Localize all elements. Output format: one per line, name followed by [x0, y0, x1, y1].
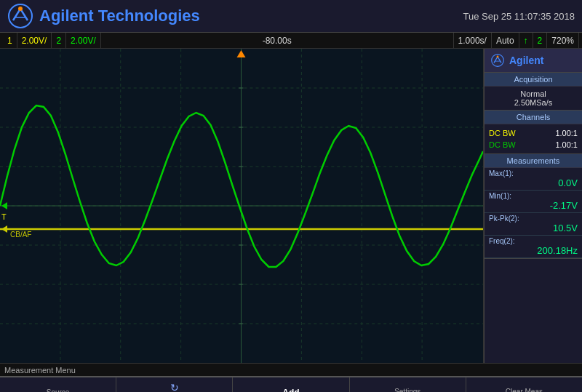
meas-value-0: 0.0V [489, 177, 578, 188]
clear-meas-label: Clear Meas [506, 388, 543, 392]
scope-display: T CB/AF [0, 49, 484, 363]
source-label: Source [47, 388, 70, 392]
meas-value-1: -2.17V [489, 200, 578, 211]
measurements-list: Max(1):0.0VMin(1):-2.17VPk-Pk(2):10.5VFr… [485, 168, 582, 258]
right-panel: Agilent Acquisition Normal 2.50MSa/s Cha… [484, 49, 582, 363]
acquisition-section: Acquisition Normal 2.50MSa/s [485, 73, 582, 111]
meas-value-3: 200.18Hz [489, 245, 578, 256]
type-button[interactable]: ↻ Type: Freq [116, 377, 233, 392]
company-name: Agilent Technologies [39, 7, 200, 25]
ch1-value: 1.00:1 [555, 129, 578, 137]
timestamp: Tue Sep 25 11:07:35 2018 [463, 11, 575, 22]
ch2-value: 1.00:1 [555, 140, 578, 149]
channels-content: DC BW 1.00:1 DC BW 1.00:1 [485, 124, 582, 153]
panel-header: Agilent [485, 49, 582, 73]
svg-marker-30 [1, 202, 7, 209]
ch1-row: DC BW 1.00:1 [489, 127, 578, 139]
ch1-label: DC BW [489, 129, 516, 137]
panel-agilent-logo-icon [490, 53, 505, 68]
meas-label-3: Freq(2): [489, 237, 578, 245]
header-left: Agilent Technologies [7, 3, 200, 29]
channels-section: Channels DC BW 1.00:1 DC BW 1.00:1 [485, 111, 582, 154]
ch2-percent: 720% [547, 33, 579, 48]
source-button[interactable]: Source CB/AF [0, 377, 116, 392]
acquisition-content: Normal 2.50MSa/s [485, 87, 582, 110]
clear-meas-button[interactable]: Clear Meas ▼ [466, 377, 582, 392]
acquisition-title: Acquisition [485, 73, 582, 87]
svg-marker-29 [1, 225, 7, 233]
meas-value-2: 10.5V [489, 223, 578, 233]
add-measurement-button[interactable]: Add Measurement [233, 377, 349, 392]
ch2-bar: ↑ [519, 33, 533, 48]
ch1-scale: 2.00V/ [17, 33, 52, 48]
header: Agilent Technologies Tue Sep 25 11:07:35… [0, 0, 582, 33]
offset: -80.00s [101, 33, 454, 48]
measurements-section: Measurements Max(1):0.0VMin(1):-2.17VPk-… [485, 154, 582, 259]
acq-mode: Normal [489, 89, 578, 98]
measurements-title: Measurements [485, 154, 582, 168]
settings-label: Settings [394, 388, 420, 392]
refresh-icon: ↻ [170, 382, 179, 392]
panel-title: Agilent [509, 55, 543, 66]
svg-point-32 [497, 56, 499, 58]
ch2-indicator: 2 [52, 33, 66, 48]
meas-label-1: Min(1): [489, 192, 578, 200]
ch2-indicator-2: 2 [533, 33, 548, 48]
trigger-mode: Auto [492, 33, 519, 48]
add-measurement-label: Add [282, 388, 299, 393]
wave-canvas [0, 49, 483, 363]
svg-point-1 [18, 7, 23, 11]
timebase: 1.000s/ [454, 33, 492, 48]
meas-label-2: Pk-Pk(2): [489, 215, 578, 223]
svg-marker-26 [237, 50, 246, 57]
measurement-row-2: Pk-Pk(2):10.5V [485, 213, 582, 236]
measurement-row-0: Max(1):0.0V [485, 168, 582, 191]
meas-label-0: Max(1): [489, 169, 578, 177]
ch2-label: DC BW [489, 140, 516, 149]
main-area: T CB/AF Agilent Acquisition Normal 2.50M… [0, 49, 582, 363]
channels-title: Channels [485, 111, 582, 124]
measurement-row-1: Min(1):-2.17V [485, 191, 582, 213]
acq-rate: 2.50MSa/s [489, 98, 578, 107]
status-text: Measurement Menu [4, 366, 76, 375]
ch1-indicator: 1 [3, 33, 17, 48]
settings-button[interactable]: Settings ▼ [350, 377, 466, 392]
top-bar: 1 2.00V/ 2 2.00V/ -80.00s 1.000s/ Auto ↑… [0, 33, 582, 49]
bottom-bar[interactable]: Source CB/AF ↻ Type: Freq Add Measuremen… [0, 376, 582, 392]
measurement-row-3: Freq(2):200.18Hz [485, 236, 582, 258]
ch2-scale: 2.00V/ [66, 33, 101, 48]
ch2-row: DC BW 1.00:1 [489, 139, 578, 151]
agilent-logo-icon [7, 3, 33, 29]
status-bar: Measurement Menu [0, 363, 582, 376]
